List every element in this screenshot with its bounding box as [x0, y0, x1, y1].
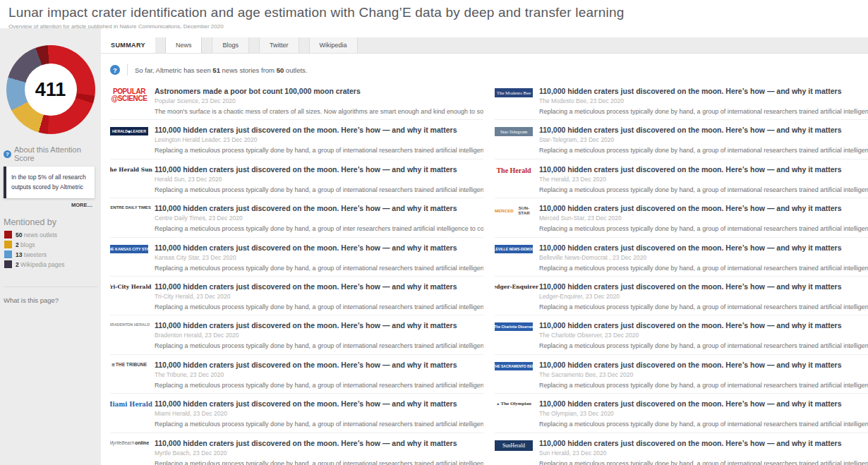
news-source-date: Kansas City Star, 23 Dec 2020 [155, 254, 483, 261]
news-source-date: The Olympian, 23 Dec 2020 [539, 410, 868, 417]
info-separator [127, 64, 128, 76]
news-headline[interactable]: 110,000 hidden craters just discovered o… [539, 165, 868, 174]
sidebar-divider [4, 286, 97, 287]
outlet-logo-text: HERALD◆LEADER [112, 129, 146, 133]
news-headline[interactable]: 110,000 hidden craters just discovered o… [155, 439, 483, 447]
news-item: BRADENTON HERALD 110,000 hidden craters … [110, 315, 483, 354]
news-headline[interactable]: 110,000 hidden craters just discovered o… [539, 87, 868, 95]
attention-score: 411 [35, 79, 66, 101]
news-headline[interactable]: 110,000 hidden craters just discovered o… [539, 321, 868, 330]
score-context-box: In the top 5% of all research outputs sc… [4, 167, 95, 198]
outlet-logo: MERCED SUN-STAR [495, 205, 533, 215]
news-snippet: Replacing a meticulous process typically… [539, 342, 868, 349]
news-snippet: Replacing a meticulous process typically… [539, 265, 868, 272]
news-item: Star-Telegram 110,000 hidden craters jus… [495, 120, 868, 159]
news-source-date: Lexington Herald Leader, 23 Dec 2020 [155, 136, 483, 143]
news-item: The Herald 110,000 hidden craters just d… [495, 159, 868, 198]
what-is-this-page-link[interactable]: What is this page? [4, 296, 97, 304]
more-link[interactable]: MORE… [8, 202, 92, 208]
news-source-date: The Charlotte Observer, 23 Dec 2020 [539, 332, 868, 339]
about-attention-score[interactable]: ? About this Attention Score [4, 145, 97, 162]
outlet-logo: CENTRE DAILY TIMES [110, 205, 148, 210]
news-headline[interactable]: 110,000 hidden craters just discovered o… [155, 165, 483, 174]
tab-summary[interactable]: SUMMARY [101, 37, 155, 53]
news-headline[interactable]: 110,000 hidden craters just discovered o… [155, 126, 483, 134]
outlet-logo: BRADENTON HERALD [110, 322, 148, 327]
news-snippet: Replacing a meticulous process typically… [155, 225, 483, 232]
outlet-logo-text: The Charlotte Observer [495, 325, 534, 329]
news-source-date: Star-Telegram, 23 Dec 2020 [539, 136, 868, 143]
news-source-date: Miami Herald, 23 Dec 2020 [155, 410, 483, 417]
outlet-logo-text2: SUN-STAR [515, 205, 533, 215]
help-icon[interactable]: ? [110, 65, 120, 75]
news-item: The Herald Sun 110,000 hidden craters ju… [110, 159, 483, 198]
news-snippet: Replacing a meticulous process typically… [155, 265, 483, 272]
news-summary-bar: ? So far, Altmetric has seen 51 news sto… [110, 64, 868, 76]
outlet-logo: BELLEVILLE NEWS-DEMOCRAT [495, 245, 533, 253]
news-snippet: Replacing a meticulous process typically… [155, 303, 483, 310]
news-source-date: Bradenton Herald, 23 Dec 2020 [155, 332, 483, 339]
outlet-logo: The Herald Sun [110, 167, 148, 173]
legend-item-wikipedia[interactable]: 2 Wikipedia pages [4, 260, 101, 268]
tab-blogs[interactable]: Blogs [212, 37, 249, 53]
news-snippet: Replacing a meticulous process typically… [155, 460, 483, 465]
news-item: THE KANSAS CITY STAR 110,000 hidden crat… [110, 238, 483, 277]
news-column-right: The Modesto Bee 110,000 hidden craters j… [495, 81, 868, 465]
legend-item-twitter[interactable]: 13 tweeters [4, 250, 101, 258]
news-headline[interactable]: 110,000 hidden craters just discovered o… [155, 282, 483, 291]
outlet-logo-text2: @SCIENCE [111, 95, 147, 102]
legend-label: 2 blogs [16, 241, 35, 248]
page-header: Lunar impact crater identification and a… [0, 0, 868, 32]
tab-news[interactable]: News [165, 37, 203, 53]
news-headline[interactable]: 110,000 hidden craters just discovered o… [155, 204, 483, 212]
outlet-logo: THE SACRAMENTO BEE [495, 362, 533, 370]
news-headline[interactable]: 110,000 hidden craters just discovered o… [539, 243, 868, 252]
news-headline[interactable]: 110,000 hidden craters just discovered o… [155, 399, 483, 408]
news-snippet: Replacing a meticulous process typically… [539, 186, 868, 193]
news-headline[interactable]: 110,000 hidden craters just discovered o… [539, 361, 868, 369]
news-snippet: Replacing a meticulous process typically… [539, 460, 868, 465]
news-headline[interactable]: 110,000 hidden craters just discovered o… [539, 282, 868, 291]
news-headline[interactable]: 110,000 hidden craters just discovered o… [155, 321, 483, 330]
stories-count: 51 [212, 66, 220, 74]
outlet-logo-text: SunHerald [502, 442, 525, 449]
news-source-date: The Tribune, 23 Dec 2020 [155, 371, 483, 378]
news-headline[interactable]: 110,000 hidden craters just discovered o… [539, 204, 868, 212]
tab-wikipedia[interactable]: Wikipedia [309, 37, 358, 53]
outlet-logo-text: The Herald [496, 167, 531, 174]
outlet-logo: Star-Telegram [495, 127, 533, 136]
outlet-logo-text: The Herald Sun [110, 167, 152, 173]
news-headline[interactable]: 110,000 hidden craters just discovered o… [539, 399, 868, 408]
help-icon[interactable]: ? [4, 150, 11, 158]
news-snippet: Replacing a meticulous process typically… [539, 382, 868, 389]
outlet-logo: Ledger-Enquirer [495, 284, 533, 290]
news-item: CENTRE DAILY TIMES 110,000 hidden crater… [110, 198, 483, 237]
outlet-logo: THE KANSAS CITY STAR [110, 245, 148, 253]
news-headline[interactable]: 110,000 hidden craters just discovered o… [539, 439, 868, 447]
news-headline[interactable]: 110,000 hidden craters just discovered o… [155, 243, 483, 252]
outlets-count: 50 [277, 66, 284, 74]
outlet-logo-text: BELLEVILLE NEWS-DEMOCRAT [495, 247, 541, 251]
outlet-logo: HERALD◆LEADER [110, 127, 148, 135]
outlet-logo-text: MyrtleBeach [110, 440, 134, 445]
news-item: SunHerald 110,000 hidden craters just di… [495, 433, 868, 465]
legend-item-news[interactable]: 50 news outlets [4, 231, 101, 238]
news-item: The Olympian 110,000 hidden craters just… [495, 394, 868, 433]
news-headline[interactable]: 110,000 hidden craters just discovered o… [539, 126, 868, 134]
news-source-date: Merced Sun-Star, 23 Dec 2020 [539, 215, 868, 222]
legend-label: 2 Wikipedia pages [16, 261, 64, 268]
news-item: The Modesto Bee 110,000 hidden craters j… [495, 81, 868, 120]
news-headline[interactable]: Astronomers made a poor bot count 100,00… [155, 87, 483, 95]
outlet-logo: The Herald [495, 167, 533, 174]
news-item: Tri-City Herald 110,000 hidden craters j… [110, 277, 483, 315]
outlet-logo: SunHerald [495, 440, 533, 451]
news-source-date: Belleville News-Democrat , 23 Dec 2020 [539, 254, 868, 261]
news-item: POPULAR @SCIENCE Astronomers made a poor… [110, 81, 483, 120]
news-headline[interactable]: 110,000 hidden craters just discovered o… [155, 361, 483, 369]
outlet-logo-text: Miami Herald [110, 401, 152, 408]
outlet-logo-text: MERCED [495, 208, 514, 213]
news-summary-text: So far, Altmetric has seen 51 news stori… [135, 66, 308, 74]
legend-item-blogs[interactable]: 2 blogs [4, 241, 101, 248]
outlet-logo-text: CENTRE DAILY TIMES [110, 205, 151, 210]
tab-twitter[interactable]: Twitter [259, 37, 299, 53]
